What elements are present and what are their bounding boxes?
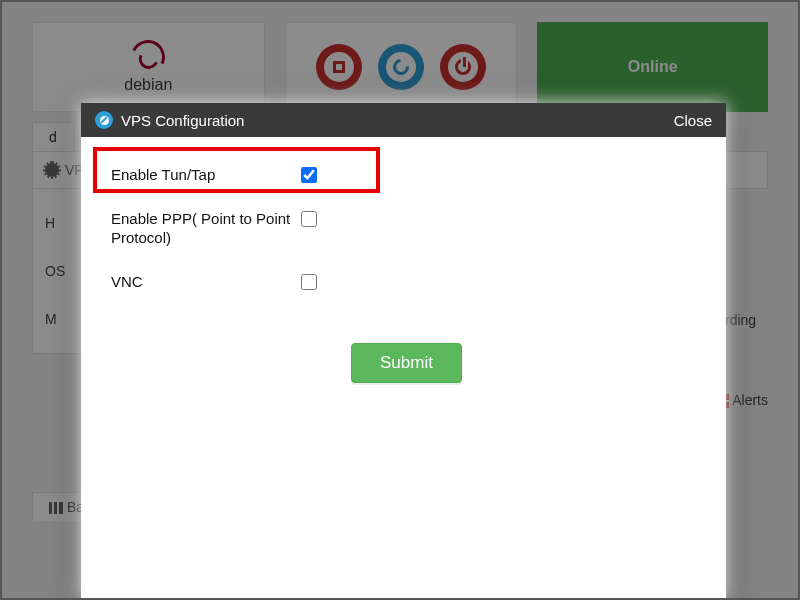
ppp-label: Enable PPP( Point to Point Protocol) xyxy=(111,209,301,248)
modal-title: VPS Configuration xyxy=(121,112,244,129)
ppp-checkbox[interactable] xyxy=(301,211,317,227)
close-button[interactable]: Close xyxy=(674,112,712,129)
config-row-tuntap: Enable Tun/Tap xyxy=(111,153,702,197)
configuration-icon xyxy=(95,111,113,129)
tuntap-checkbox[interactable] xyxy=(301,167,317,183)
submit-button[interactable]: Submit xyxy=(351,343,462,383)
modal-body: Enable Tun/Tap Enable PPP( Point to Poin… xyxy=(81,137,726,407)
vnc-checkbox[interactable] xyxy=(301,274,317,290)
vnc-label: VNC xyxy=(111,272,301,292)
modal-header: VPS Configuration Close xyxy=(81,103,726,137)
config-row-ppp: Enable PPP( Point to Point Protocol) xyxy=(111,197,702,260)
tuntap-label: Enable Tun/Tap xyxy=(111,165,301,185)
config-row-vnc: VNC xyxy=(111,260,702,304)
vps-configuration-modal: VPS Configuration Close Enable Tun/Tap E… xyxy=(81,103,726,600)
